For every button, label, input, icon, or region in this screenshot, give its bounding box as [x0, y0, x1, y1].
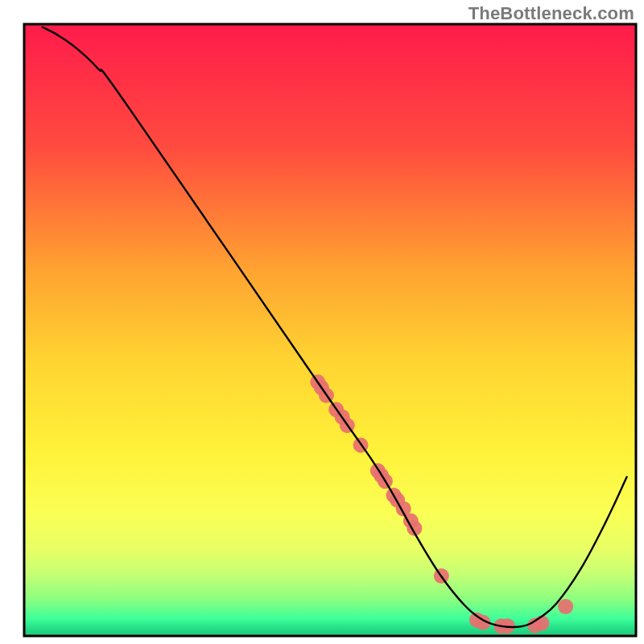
gradient-background	[24, 24, 636, 636]
plot-area	[24, 24, 636, 636]
chart-stage: TheBottleneck.com	[0, 0, 644, 644]
bottleneck-chart	[0, 0, 644, 644]
data-point	[534, 616, 549, 631]
data-point	[558, 599, 573, 614]
